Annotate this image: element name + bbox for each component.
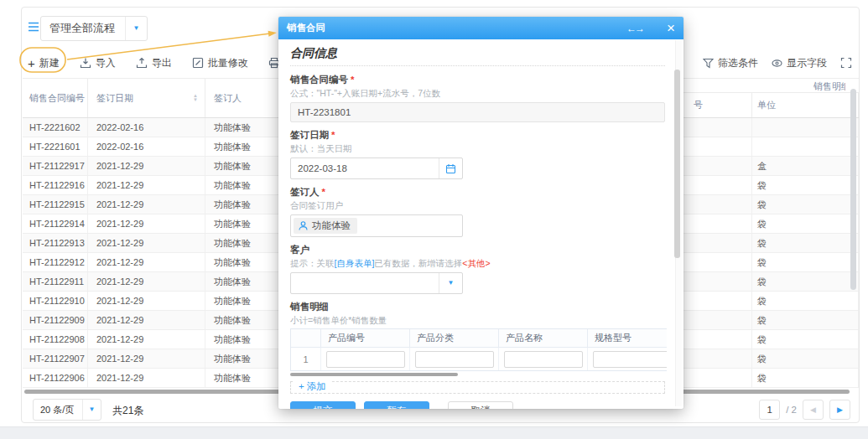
table-row-right[interactable] <box>679 118 859 137</box>
table-row-right[interactable]: 袋 <box>679 330 859 349</box>
add-row-button[interactable]: +添加 <box>294 380 330 393</box>
table-cell: 盒 <box>752 157 859 175</box>
export-icon <box>136 57 148 69</box>
table-row-right[interactable]: 袋 <box>679 369 859 388</box>
customer-dropdown-button[interactable]: ▼ <box>439 273 462 293</box>
filter-button-label: 筛选条件 <box>718 56 758 70</box>
submit-button[interactable]: 提交 <box>290 401 356 409</box>
table-row-right[interactable] <box>679 137 859 157</box>
table-cell: HT-2221602 <box>23 118 88 137</box>
date-picker-button[interactable] <box>439 158 462 178</box>
table-row-right[interactable]: 袋 <box>679 272 859 292</box>
table-cell: 2021-12-29 <box>88 253 205 271</box>
table-row-right[interactable]: 袋 <box>679 311 859 330</box>
table-cell: HT-21122916 <box>23 176 88 194</box>
detail-column-header: 规格型号 <box>588 329 667 347</box>
chevron-down-icon: ▼ <box>448 280 455 287</box>
table-row-right[interactable]: 袋 <box>679 349 859 369</box>
column-header-sign-date[interactable]: 签订日期 ▲▼ <box>88 79 205 117</box>
table-cell: HT-21122912 <box>23 253 88 271</box>
self-form-link[interactable]: [自身表单] <box>335 258 375 268</box>
signer-label: 签订人* <box>290 186 665 199</box>
table-cell: 袋 <box>752 176 859 194</box>
pagination: 1 / 2 ◀ ▶ <box>759 400 850 420</box>
customer-hint: 提示：关联[自身表单]已有数据，新增请选择<其他> <box>290 258 665 270</box>
table-cell <box>679 292 752 310</box>
modal-scrollbar-thumb[interactable] <box>674 70 680 258</box>
table-row-right[interactable]: 袋 <box>679 195 859 214</box>
toolbar-right: 筛选条件 显示字段 <box>703 49 852 76</box>
flow-selector-caret-box[interactable]: ▼ <box>125 17 147 40</box>
import-button[interactable]: 导入 <box>80 56 116 70</box>
table-row-right[interactable]: 袋 <box>679 234 859 253</box>
sort-icon[interactable]: ▲▼ <box>193 94 198 102</box>
table-row-right[interactable]: 袋 <box>679 292 859 311</box>
detail-cell-input[interactable] <box>415 351 494 368</box>
page-size-label: 20 条/页 <box>34 404 82 416</box>
close-icon[interactable]: × <box>667 21 675 35</box>
table-body-right: 盒袋袋袋袋袋袋袋袋袋袋袋 <box>679 118 859 388</box>
table-row-right[interactable]: 袋 <box>679 176 859 195</box>
table-row-right[interactable]: 袋 <box>679 253 859 272</box>
table-cell: 2021-12-29 <box>88 292 205 310</box>
customer-input-group: ▼ <box>290 272 463 294</box>
table-cell: 2022-02-16 <box>88 118 205 137</box>
table-cell: 袋 <box>752 330 859 349</box>
signer-helper: 合同签订用户 <box>290 200 665 212</box>
export-button[interactable]: 导出 <box>136 56 172 70</box>
table-cell: HT-21122914 <box>23 214 88 233</box>
batch-edit-button-label: 批量修改 <box>208 56 248 70</box>
detail-cell-input[interactable] <box>593 351 667 368</box>
signer-field[interactable]: 功能体验 <box>290 214 463 237</box>
table-cell: 2021-12-29 <box>88 330 205 349</box>
table-cell <box>679 369 752 387</box>
table-cell: 袋 <box>752 292 859 310</box>
display-fields-button[interactable]: 显示字段 <box>772 56 827 70</box>
cancel-button[interactable]: 取消 <box>448 401 513 409</box>
chevron-down-icon: ▼ <box>133 25 140 32</box>
contract-no-field[interactable] <box>290 102 665 122</box>
table-cell: 2021-12-29 <box>88 349 205 368</box>
table-cell: 袋 <box>752 311 859 329</box>
column-header-spec-tail[interactable]: 号 <box>679 93 752 117</box>
expand-icon[interactable]: ←→ <box>626 23 643 34</box>
detail-cell-input[interactable] <box>326 351 405 368</box>
save-draft-button[interactable]: 暂存 <box>364 401 429 409</box>
column-header-contract-no[interactable]: 销售合同编号 ▲▼ <box>23 79 88 117</box>
menu-icon[interactable] <box>27 20 40 34</box>
detail-table-horizontal-scrollbar[interactable] <box>290 373 458 376</box>
table-cell: HT-21122917 <box>23 157 88 175</box>
next-page-button[interactable]: ▶ <box>829 400 850 420</box>
display-fields-button-label: 显示字段 <box>787 56 827 70</box>
modal-title: 销售合同 <box>287 22 626 34</box>
batch-edit-button[interactable]: 批量修改 <box>192 56 248 70</box>
table-row-right[interactable]: 盒 <box>679 157 859 176</box>
prev-arrow-icon: ◀ <box>810 405 816 414</box>
total-count-label: 共21条 <box>112 404 143 418</box>
new-button[interactable]: + 新建 <box>28 56 60 70</box>
column-header-unit[interactable]: 单位 <box>752 93 859 117</box>
page-size-dropdown[interactable]: 20 条/页 ▼ <box>33 399 101 421</box>
calendar-icon <box>445 163 456 174</box>
table-row-right[interactable]: 袋 <box>679 214 859 234</box>
sales-contract-modal: 销售合同 ←→ × 合同信息 销售合同编号* 公式："HT-"+入账日期+流水号… <box>278 17 683 409</box>
table-cell <box>679 137 752 156</box>
customer-field[interactable] <box>291 273 439 293</box>
table-cell <box>679 253 752 271</box>
modal-body: 合同信息 销售合同编号* 公式："HT-"+入账日期+流水号，7位数 签订日期*… <box>278 39 683 409</box>
sign-date-field[interactable] <box>291 158 439 178</box>
table-cell: 2021-12-29 <box>88 195 205 214</box>
flow-selector-dropdown[interactable]: 管理全部流程 ▼ <box>40 16 148 41</box>
filter-button[interactable]: 筛选条件 <box>703 56 758 70</box>
table-cell: 2021-12-29 <box>88 214 205 233</box>
next-arrow-icon: ▶ <box>837 405 843 414</box>
current-page-box[interactable]: 1 <box>759 400 780 420</box>
fullscreen-icon[interactable] <box>840 57 852 69</box>
page-size-caret-box[interactable]: ▼ <box>82 400 101 420</box>
table-vertical-scrollbar[interactable] <box>850 89 856 290</box>
sort-icon[interactable]: ▲▼ <box>75 94 81 102</box>
table-cell: HT-21122907 <box>23 349 88 368</box>
detail-cell-input[interactable] <box>504 351 583 368</box>
table-cell: 袋 <box>752 369 859 387</box>
prev-page-button[interactable]: ◀ <box>803 400 824 420</box>
